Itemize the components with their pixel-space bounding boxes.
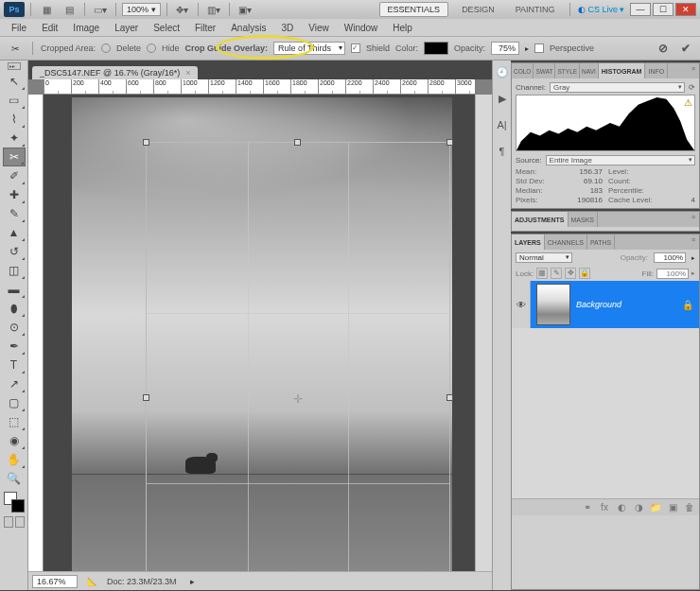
tab-navigator[interactable]: NAVI: [580, 63, 599, 78]
radio-hide[interactable]: [147, 43, 156, 53]
type-tool[interactable]: T: [3, 356, 26, 374]
tab-adjustments[interactable]: ADJUSTMENTS: [512, 212, 569, 227]
hand-icon[interactable]: ✥▾: [173, 2, 192, 17]
zoom-select[interactable]: 100% ▾: [122, 3, 161, 16]
layer-fill-input[interactable]: 100%: [656, 269, 689, 279]
menu-view[interactable]: View: [301, 21, 337, 35]
workspace-essentials[interactable]: ESSENTIALS: [379, 2, 449, 17]
blur-tool[interactable]: ⬮: [3, 299, 26, 318]
blend-mode-select[interactable]: Normal: [516, 252, 572, 263]
new-layer-icon[interactable]: ▣: [667, 502, 678, 513]
tab-info[interactable]: INFO: [645, 63, 668, 78]
lasso-tool[interactable]: ⌇: [3, 110, 26, 129]
menu-3d[interactable]: 3D: [273, 21, 301, 35]
commit-crop-button[interactable]: ✔: [677, 40, 694, 57]
status-zoom-input[interactable]: 16.67%: [32, 575, 78, 588]
eyedropper-tool[interactable]: ✐: [3, 166, 26, 185]
zoom-tool[interactable]: 🔍: [3, 469, 26, 488]
character-panel-icon[interactable]: A|: [495, 117, 510, 132]
lock-position-icon[interactable]: ✥: [565, 268, 576, 279]
layer-mask-icon[interactable]: ◐: [616, 502, 627, 513]
tab-color[interactable]: COLO: [512, 63, 534, 78]
layer-opacity-input[interactable]: 100%: [654, 252, 686, 263]
menu-select[interactable]: Select: [146, 21, 187, 35]
window-close[interactable]: ✕: [675, 3, 696, 16]
tab-swatches[interactable]: SWAT: [534, 63, 555, 78]
tab-paths[interactable]: PATHS: [587, 235, 615, 250]
lock-all-icon[interactable]: 🔒: [579, 268, 590, 279]
cancel-crop-button[interactable]: ⊘: [655, 40, 672, 57]
color-swatches[interactable]: [4, 492, 25, 513]
layer-name[interactable]: Background: [576, 300, 621, 309]
brush-tool[interactable]: ✎: [3, 204, 26, 223]
3d-camera-tool[interactable]: ◉: [3, 431, 26, 450]
cache-warning-icon[interactable]: ⚠: [684, 97, 692, 108]
path-select-tool[interactable]: ↗: [3, 374, 26, 393]
document-tab[interactable]: _DSC5147.NEF @ 16.7% (Gray/16*) ×: [32, 66, 198, 79]
window-minimize[interactable]: —: [630, 3, 651, 16]
tab-channels[interactable]: CHANNELS: [545, 235, 587, 250]
crop-handle[interactable]: [446, 139, 453, 146]
eraser-tool[interactable]: ◫: [3, 261, 26, 280]
tab-histogram[interactable]: HISTOGRAM: [599, 63, 646, 78]
close-tab-icon[interactable]: ×: [185, 68, 190, 78]
dodge-tool[interactable]: ⊙: [3, 318, 26, 337]
menu-window[interactable]: Window: [337, 21, 386, 35]
minibridge-icon[interactable]: ▤: [60, 2, 79, 17]
layer-visibility-icon[interactable]: 👁: [512, 281, 531, 328]
screen-mode-icon[interactable]: ▣▾: [236, 2, 254, 17]
scrollbar-vertical[interactable]: [475, 95, 492, 571]
stamp-tool[interactable]: ▲: [3, 223, 26, 242]
channel-select[interactable]: Gray: [550, 82, 685, 93]
adjustment-layer-icon[interactable]: ◑: [633, 502, 644, 513]
gradient-tool[interactable]: ▬: [3, 280, 26, 299]
menu-image[interactable]: Image: [65, 21, 107, 35]
crop-marquee[interactable]: ✛: [146, 142, 450, 571]
bridge-icon[interactable]: ▦: [37, 2, 56, 17]
layer-group-icon[interactable]: 📁: [650, 502, 661, 513]
pen-tool[interactable]: ✒: [3, 337, 26, 356]
canvas[interactable]: ✛: [44, 95, 475, 571]
lock-pixels-icon[interactable]: ✎: [551, 268, 562, 279]
refresh-histogram-icon[interactable]: ⟳: [689, 83, 695, 92]
workspace-design[interactable]: DESIGN: [454, 3, 502, 16]
tab-styles[interactable]: STYLE: [555, 63, 580, 78]
source-select[interactable]: Entire Image: [546, 155, 695, 165]
crop-handle[interactable]: [294, 139, 301, 146]
crop-handle[interactable]: [143, 394, 149, 401]
menu-filter[interactable]: Filter: [187, 21, 223, 35]
menu-edit[interactable]: Edit: [34, 21, 65, 35]
quick-mask-toggle[interactable]: [4, 516, 25, 530]
tab-masks[interactable]: MASKS: [569, 212, 599, 227]
hand-tool[interactable]: ✋: [3, 450, 26, 469]
move-tool[interactable]: ↖: [3, 72, 26, 91]
marquee-tool[interactable]: ▭: [3, 91, 26, 110]
delete-layer-icon[interactable]: 🗑: [684, 502, 695, 513]
lock-transparency-icon[interactable]: ▦: [536, 268, 548, 279]
link-layers-icon[interactable]: ⚭: [582, 502, 593, 513]
history-panel-icon[interactable]: 🕘: [495, 64, 510, 79]
view-extras-icon[interactable]: ▭▾: [91, 2, 110, 17]
crop-tool[interactable]: ✂: [3, 148, 26, 166]
shield-color-swatch[interactable]: [424, 42, 448, 55]
crop-handle[interactable]: [446, 394, 453, 401]
healing-tool[interactable]: ✚: [3, 185, 26, 204]
quick-select-tool[interactable]: ✦: [3, 129, 26, 148]
tab-layers[interactable]: LAYERS: [512, 235, 545, 250]
paragraph-panel-icon[interactable]: ¶: [495, 144, 510, 159]
status-menu-arrow[interactable]: ▸: [190, 577, 195, 586]
panel-menu-icon[interactable]: ≡: [688, 235, 699, 250]
perspective-checkbox[interactable]: [534, 43, 544, 53]
shield-checkbox[interactable]: ✓: [351, 43, 360, 53]
history-brush-tool[interactable]: ↺: [3, 242, 26, 261]
menu-analysis[interactable]: Analysis: [223, 21, 273, 35]
menu-file[interactable]: File: [4, 21, 34, 35]
cs-live-button[interactable]: ◐CS Live▾: [578, 5, 624, 14]
crop-handle[interactable]: [143, 139, 149, 146]
radio-delete[interactable]: [101, 43, 111, 53]
guide-overlay-select[interactable]: Rule of Thirds: [273, 42, 345, 55]
actions-panel-icon[interactable]: ▶: [495, 91, 510, 106]
layer-fx-icon[interactable]: fx: [599, 502, 610, 513]
menu-help[interactable]: Help: [385, 21, 420, 35]
panel-menu-icon[interactable]: ≡: [688, 63, 699, 78]
